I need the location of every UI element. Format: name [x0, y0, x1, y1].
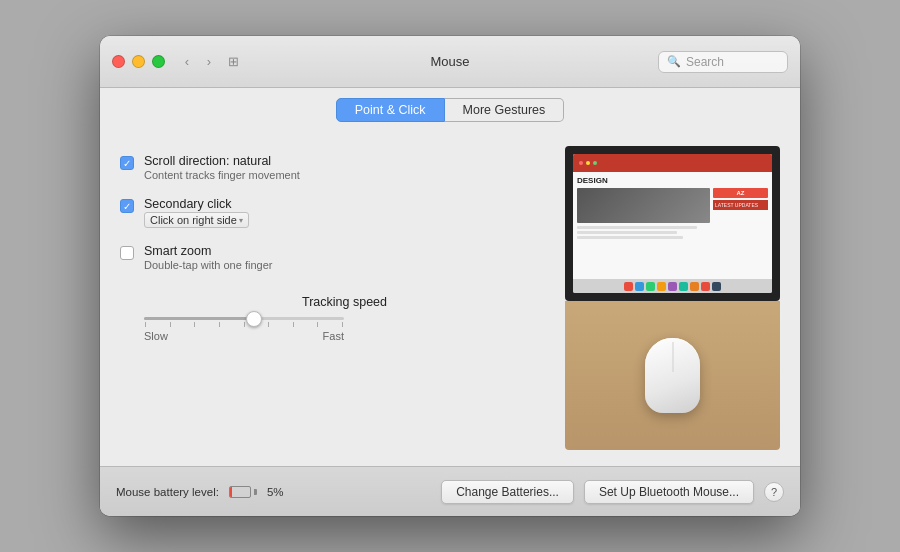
checkbox-wrap-smart-zoom: [120, 246, 134, 260]
screen-body: DESIGN: [573, 172, 772, 279]
settings-panel: ✓ Scroll direction: natural Content trac…: [120, 146, 545, 450]
scroll-direction-checkbox[interactable]: ✓: [120, 156, 134, 170]
forward-button[interactable]: ›: [199, 52, 219, 72]
change-batteries-button[interactable]: Change Batteries...: [441, 480, 574, 504]
slider-slow-label: Slow: [144, 330, 168, 342]
desktop: ‹ › ⊞ Mouse 🔍 Search Point & Click More …: [0, 0, 900, 552]
dock-icon-3: [646, 282, 655, 291]
smart-zoom-label: Smart zoom: [144, 244, 272, 258]
screen-left-col: [577, 188, 710, 275]
tick-1: [145, 322, 146, 327]
checkbox-wrap-secondary: ✓: [120, 199, 134, 213]
dock-icon-8: [701, 282, 710, 291]
tick-9: [342, 322, 343, 327]
tick-3: [194, 322, 195, 327]
bottom-bar: Mouse battery level: 5% Change Batteries…: [100, 466, 800, 516]
screen-dot-red: [579, 161, 583, 165]
nav-buttons: ‹ ›: [177, 52, 219, 72]
preview-area: DESIGN: [565, 146, 780, 450]
tick-5: [244, 322, 245, 327]
minimize-button[interactable]: [132, 55, 145, 68]
battery-tip: [254, 489, 257, 495]
scroll-direction-label: Scroll direction: natural: [144, 154, 300, 168]
az-badge: AZ: [713, 188, 768, 198]
screen-dock: [573, 279, 772, 293]
checkbox-wrap-scroll: ✓: [120, 156, 134, 170]
preview-desk: [565, 301, 780, 450]
setup-bluetooth-button[interactable]: Set Up Bluetooth Mouse...: [584, 480, 754, 504]
battery-label: Mouse battery level:: [116, 486, 219, 498]
window-title: Mouse: [430, 54, 469, 69]
grid-button[interactable]: ⊞: [223, 52, 243, 72]
dock-icon-7: [690, 282, 699, 291]
tracking-speed-section: Tracking speed: [120, 295, 545, 342]
tab-more-gestures[interactable]: More Gestures: [445, 98, 565, 122]
screen-content-row: AZ LATEST UPDATES: [577, 188, 768, 275]
window: ‹ › ⊞ Mouse 🔍 Search Point & Click More …: [100, 36, 800, 516]
content-area: ✓ Scroll direction: natural Content trac…: [100, 130, 800, 466]
dock-icon-2: [635, 282, 644, 291]
search-placeholder: Search: [686, 55, 724, 69]
latest-updates: LATEST UPDATES: [713, 200, 768, 210]
secondary-click-text: Secondary click Click on right side ▾: [144, 197, 249, 228]
dock-icon-1: [624, 282, 633, 291]
battery-percentage: 5%: [267, 486, 284, 498]
battery-body: [229, 486, 251, 498]
tick-6: [268, 322, 269, 327]
traffic-lights: [112, 55, 165, 68]
battery-icon: [229, 486, 257, 498]
dock-icon-9: [712, 282, 721, 291]
tab-point-click[interactable]: Point & Click: [336, 98, 445, 122]
scroll-direction-sublabel: Content tracks finger movement: [144, 169, 300, 181]
smart-zoom-sublabel: Double-tap with one finger: [144, 259, 272, 271]
close-button[interactable]: [112, 55, 125, 68]
screen-dot-yellow: [586, 161, 590, 165]
maximize-button[interactable]: [152, 55, 165, 68]
titlebar: ‹ › ⊞ Mouse 🔍 Search: [100, 36, 800, 88]
screen-top-bar: [573, 154, 772, 172]
tabbar: Point & Click More Gestures: [100, 88, 800, 130]
secondary-click-checkbox[interactable]: ✓: [120, 199, 134, 213]
magic-mouse: [645, 338, 700, 413]
setting-row-smart-zoom: Smart zoom Double-tap with one finger: [120, 236, 545, 279]
text-line-2: [577, 231, 677, 234]
back-button[interactable]: ‹: [177, 52, 197, 72]
secondary-click-dropdown[interactable]: Click on right side ▾: [144, 212, 249, 228]
screen-right-col: AZ LATEST UPDATES: [713, 188, 768, 275]
scroll-direction-text: Scroll direction: natural Content tracks…: [144, 154, 300, 181]
secondary-click-dropdown-value: Click on right side: [150, 214, 237, 226]
screen-text-lines: [577, 226, 710, 239]
dock-icon-4: [657, 282, 666, 291]
chevron-down-icon: ▾: [239, 216, 243, 225]
text-line-3: [577, 236, 683, 239]
preview-screen: DESIGN: [565, 146, 780, 301]
slider-track: [144, 317, 344, 320]
slider-ticks: [144, 322, 344, 327]
setting-row-secondary: ✓ Secondary click Click on right side ▾: [120, 189, 545, 236]
tick-4: [219, 322, 220, 327]
slider-thumb[interactable]: [246, 311, 262, 327]
screen-design-text: DESIGN: [577, 176, 768, 185]
tick-8: [317, 322, 318, 327]
help-button[interactable]: ?: [764, 482, 784, 502]
battery-fill: [230, 487, 232, 497]
slider-fill: [144, 317, 254, 320]
secondary-click-sublabel-row: Click on right side ▾: [144, 212, 249, 228]
setting-row-scroll: ✓ Scroll direction: natural Content trac…: [120, 146, 545, 189]
search-box[interactable]: 🔍 Search: [658, 51, 788, 73]
tick-7: [293, 322, 294, 327]
screen-inner: DESIGN: [573, 154, 772, 293]
smart-zoom-checkbox[interactable]: [120, 246, 134, 260]
slider-container: Slow Fast: [144, 317, 344, 342]
slider-labels: Slow Fast: [144, 330, 344, 342]
search-icon: 🔍: [667, 55, 681, 68]
tick-2: [170, 322, 171, 327]
smart-zoom-text: Smart zoom Double-tap with one finger: [144, 244, 272, 271]
dock-icon-5: [668, 282, 677, 291]
slider-fast-label: Fast: [323, 330, 344, 342]
dock-icon-6: [679, 282, 688, 291]
screen-dot-green: [593, 161, 597, 165]
screen-img: [577, 188, 710, 223]
secondary-click-label: Secondary click: [144, 197, 249, 211]
tracking-speed-label: Tracking speed: [144, 295, 545, 309]
